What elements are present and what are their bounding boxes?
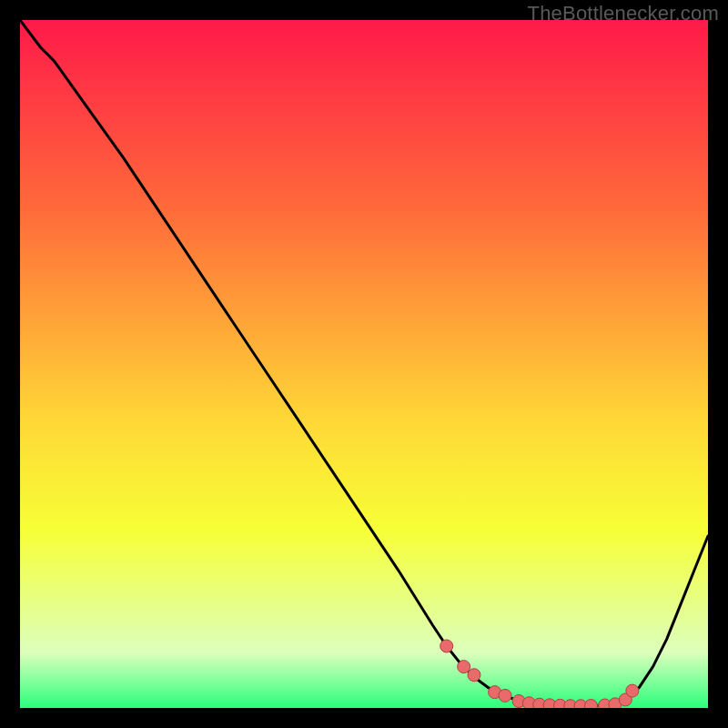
gradient-background [20, 20, 708, 708]
marker-point [499, 689, 511, 702]
marker-point [584, 700, 597, 708]
marker-point [440, 640, 453, 652]
marker-point [458, 661, 470, 673]
watermark-text: TheBottlenecker.com [528, 2, 719, 25]
marker-point [626, 684, 639, 697]
chart-svg [20, 20, 708, 708]
outer-frame: TheBottlenecker.com [0, 0, 728, 728]
marker-point [468, 669, 480, 682]
plot-area [20, 20, 708, 708]
